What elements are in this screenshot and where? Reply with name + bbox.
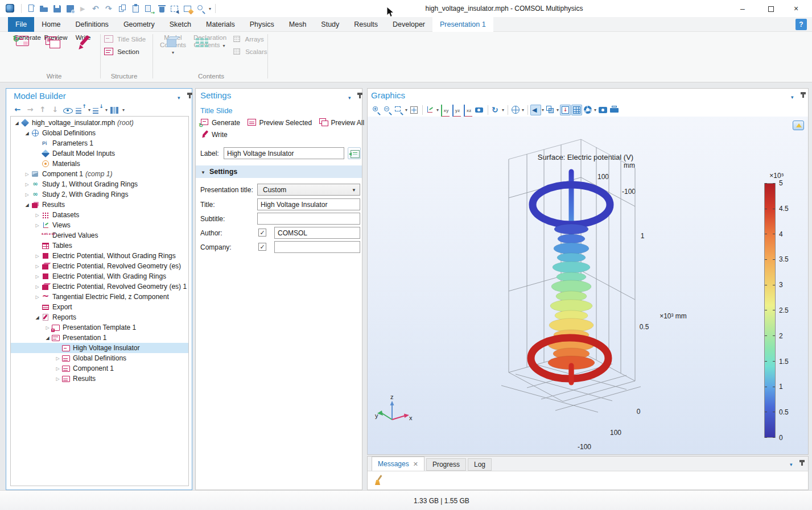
undo-icon[interactable]: [91, 3, 102, 14]
tree-item[interactable]: high_voltage_insulator.mph (root): [11, 118, 188, 128]
dropdown-caret-icon[interactable]: ▾: [522, 107, 524, 113]
tree-expander-icon[interactable]: [34, 274, 41, 279]
pin-icon[interactable]: [356, 92, 364, 100]
tree-expander-icon[interactable]: [23, 192, 31, 197]
tree-item[interactable]: Materials: [11, 159, 188, 169]
tree-expander-icon[interactable]: [44, 335, 51, 341]
tree-item[interactable]: Tables: [11, 241, 188, 251]
back-icon[interactable]: ←: [12, 105, 23, 115]
dropdown-caret-icon[interactable]: ▾: [88, 107, 90, 113]
author-checkbox[interactable]: ✓: [258, 229, 266, 237]
save-find-icon[interactable]: [65, 3, 76, 14]
section-button[interactable]: Section: [104, 48, 139, 55]
tree-item[interactable]: Presentation Template 1: [11, 322, 188, 333]
scene-light-icon[interactable]: [530, 105, 541, 115]
tree-item[interactable]: Export: [11, 302, 188, 312]
tree-item[interactable]: Tangential Electric Field, z Component: [11, 292, 188, 302]
pin-icon[interactable]: [798, 459, 806, 467]
ribbon-tab[interactable]: Definitions: [68, 17, 116, 32]
redo-icon[interactable]: [104, 3, 115, 14]
tree-item[interactable]: Component 1 (comp 1): [11, 169, 188, 179]
tree-expander-icon[interactable]: [34, 254, 41, 259]
presentation-title-select[interactable]: Custom ▼: [257, 184, 360, 196]
tree-expander-icon[interactable]: [23, 202, 31, 208]
help-button[interactable]: ?: [795, 19, 807, 30]
tree-expander-icon[interactable]: [34, 295, 41, 300]
generate-button[interactable]: Generate: [14, 34, 40, 42]
tab-progress[interactable]: Progress: [426, 458, 466, 471]
preview-all-button[interactable]: Preview All: [42, 34, 69, 48]
ribbon-tab[interactable]: Materials: [199, 17, 242, 32]
ribbon-tab[interactable]: Home: [34, 17, 68, 32]
ribbon-tab[interactable]: Mesh: [282, 17, 314, 32]
author-input[interactable]: [274, 227, 360, 239]
show-grid-icon[interactable]: [571, 105, 582, 115]
tree-item[interactable]: Electric Potential, With Grading Rings: [11, 271, 188, 281]
tree-expander-icon[interactable]: [34, 264, 41, 269]
print-icon[interactable]: [609, 105, 620, 115]
company-input[interactable]: [274, 241, 360, 253]
select-box-icon[interactable]: [170, 3, 180, 14]
dropdown-caret-icon[interactable]: ▾: [557, 107, 559, 113]
tree-item[interactable]: Electric Potential, Revolved Geometry (e…: [11, 281, 188, 292]
panel-menu-caret-icon[interactable]: ▾: [791, 94, 794, 100]
show-icon[interactable]: [62, 105, 73, 115]
ribbon-tab[interactable]: File: [8, 17, 34, 32]
panel-menu-caret-icon[interactable]: ▾: [348, 95, 351, 101]
tree-item[interactable]: Views: [11, 220, 188, 230]
zoom-in-icon[interactable]: [371, 105, 382, 115]
slide-preview-button[interactable]: [348, 147, 361, 159]
tree-item[interactable]: Study 2, With Grading Rings: [11, 189, 188, 200]
open-file-icon[interactable]: [39, 3, 50, 14]
ribbon-tab[interactable]: Sketch: [162, 17, 199, 32]
transparency-icon[interactable]: [545, 105, 556, 115]
plot-area[interactable]: Surface: Electric potential (V) mm 100 -…: [368, 117, 808, 454]
preview-selected-button[interactable]: Preview Selected: [248, 119, 312, 127]
tree-item[interactable]: Results: [11, 374, 188, 384]
tree-expander-icon[interactable]: [44, 325, 51, 330]
tree-item[interactable]: Component 1: [11, 363, 188, 374]
dropdown-caret-icon[interactable]: ▾: [405, 107, 407, 113]
tree-item[interactable]: Reports: [11, 312, 188, 322]
zoom-extents-icon[interactable]: [409, 105, 419, 115]
view-thumbnail-icon[interactable]: [793, 121, 804, 130]
axis-indicator-icon[interactable]: [560, 105, 571, 115]
dropdown-caret-icon[interactable]: ▾: [436, 107, 439, 113]
collapse-all-icon[interactable]: [75, 105, 86, 115]
paste-icon[interactable]: [130, 3, 141, 14]
image-snapshot-icon[interactable]: [597, 105, 608, 115]
ribbon-tab[interactable]: Study: [314, 17, 347, 32]
tab-messages[interactable]: Messages✕: [372, 457, 424, 471]
preview-all-button[interactable]: Preview All: [319, 119, 364, 127]
zoom-box-icon[interactable]: [394, 105, 405, 115]
color-brush-icon[interactable]: [183, 3, 193, 14]
view-xy-icon[interactable]: xy: [440, 105, 451, 115]
tree-expander-icon[interactable]: [34, 223, 41, 228]
tree-item[interactable]: Global Definitions: [11, 353, 188, 363]
tree-item[interactable]: High Voltage Insulator: [11, 343, 188, 353]
label-input[interactable]: [224, 147, 344, 159]
tree-item[interactable]: Electric Potential, Revolved Geometry (e…: [11, 261, 188, 271]
tree-item[interactable]: Presentation 1: [11, 333, 188, 343]
find-icon[interactable]: [196, 3, 207, 14]
generate-button[interactable]: Generate: [200, 119, 240, 127]
expand-all-icon[interactable]: [92, 105, 103, 115]
view-xz-icon[interactable]: xz: [463, 105, 473, 115]
tree-item[interactable]: Study 1, Without Grading Rings: [11, 179, 188, 189]
paste-duplicate-icon[interactable]: [143, 3, 154, 14]
write-button[interactable]: Write: [200, 131, 228, 139]
view-yz-icon[interactable]: yz: [451, 105, 462, 115]
copy-icon[interactable]: [117, 3, 128, 14]
tree-expander-icon[interactable]: [54, 366, 61, 371]
tree-expander-icon[interactable]: [13, 121, 20, 126]
title-input[interactable]: [257, 198, 360, 210]
save-file-icon[interactable]: [52, 3, 63, 14]
panel-menu-caret-icon[interactable]: ▾: [790, 462, 793, 467]
model-tree-node-text-icon[interactable]: [109, 105, 120, 115]
comsol-app-icon[interactable]: [6, 4, 14, 13]
tree-expander-icon[interactable]: [23, 131, 31, 136]
go-to-default-view-icon[interactable]: [425, 105, 436, 115]
maximize-button[interactable]: [761, 0, 781, 17]
tree-expander-icon[interactable]: [34, 213, 41, 218]
dropdown-caret-icon[interactable]: ▾: [594, 107, 596, 113]
